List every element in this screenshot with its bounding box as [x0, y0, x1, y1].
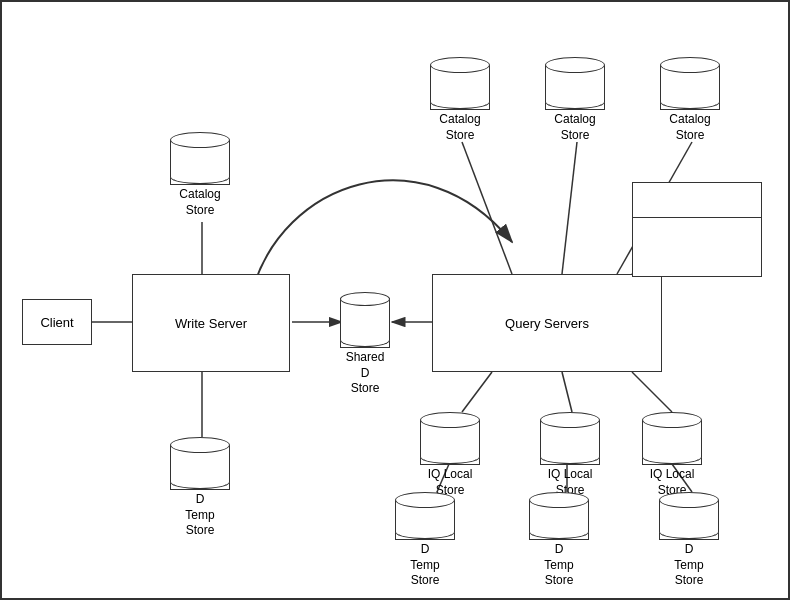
svg-line-13 [562, 372, 572, 412]
temp-store-2-cylinder [529, 492, 589, 540]
temp1-top [395, 492, 455, 508]
iq-local-2-wrap: IQ LocalStore [540, 412, 600, 498]
temp3-top [659, 492, 719, 508]
catalog-c1-top [430, 57, 490, 73]
iq-local-3-wrap: IQ LocalStore [642, 412, 702, 498]
catalog-c2-label: CatalogStore [554, 112, 595, 143]
catalog-left-top [170, 132, 230, 148]
temp-bottom-top [170, 437, 230, 453]
iq-local-3-cylinder [642, 412, 702, 465]
iq-local-2-cylinder [540, 412, 600, 465]
iq3-top [642, 412, 702, 428]
temp-store-bottom-wrap: DTempStore [170, 437, 230, 539]
temp-store-2-wrap: DTempStore [529, 492, 589, 589]
diagram-container: Client Write Server Query Servers Shared… [0, 0, 790, 600]
catalog-store-r-wrap: CatalogStore [660, 57, 720, 143]
temp2-label: DTempStore [544, 542, 573, 589]
catalog-store-r-cylinder [660, 57, 720, 110]
catalog-c1-label: CatalogStore [439, 112, 480, 143]
iq-local-1-wrap: IQ LocalStore [420, 412, 480, 498]
catalog-store-c1-cylinder [430, 57, 490, 110]
temp-store-1-wrap: DTempStore [395, 492, 455, 589]
iq2-top [540, 412, 600, 428]
catalog-r-top [660, 57, 720, 73]
svg-line-12 [462, 372, 492, 412]
temp2-top [529, 492, 589, 508]
iq-local-1-cylinder [420, 412, 480, 465]
top-right-box2 [632, 217, 762, 277]
shared-store-cylinder [340, 292, 390, 348]
catalog-store-left-cylinder [170, 132, 230, 185]
catalog-left-label: CatalogStore [179, 187, 220, 218]
write-server-box: Write Server [132, 274, 290, 372]
shared-store-top [340, 292, 390, 306]
iq1-top [420, 412, 480, 428]
temp3-label: DTempStore [674, 542, 703, 589]
temp-store-bottom-cylinder [170, 437, 230, 490]
svg-line-7 [462, 142, 512, 274]
shared-store-wrap: SharedDStore [340, 292, 390, 397]
catalog-store-left-wrap: CatalogStore [170, 132, 230, 218]
catalog-store-c1-wrap: CatalogStore [430, 57, 490, 143]
svg-line-14 [632, 372, 672, 412]
catalog-store-c2-cylinder [545, 57, 605, 110]
temp-store-3-wrap: DTempStore [659, 492, 719, 589]
query-servers-label: Query Servers [505, 316, 589, 331]
query-servers-box: Query Servers [432, 274, 662, 372]
catalog-r-label: CatalogStore [669, 112, 710, 143]
temp-store-1-cylinder [395, 492, 455, 540]
svg-line-8 [562, 142, 577, 274]
shared-store-label: SharedDStore [346, 350, 385, 397]
catalog-c2-top [545, 57, 605, 73]
temp1-label: DTempStore [410, 542, 439, 589]
catalog-store-c2-wrap: CatalogStore [545, 57, 605, 143]
temp-store-3-cylinder [659, 492, 719, 540]
client-label: Client [40, 315, 73, 330]
temp-bottom-label: DTempStore [185, 492, 214, 539]
write-server-label: Write Server [175, 316, 247, 331]
client-box: Client [22, 299, 92, 345]
